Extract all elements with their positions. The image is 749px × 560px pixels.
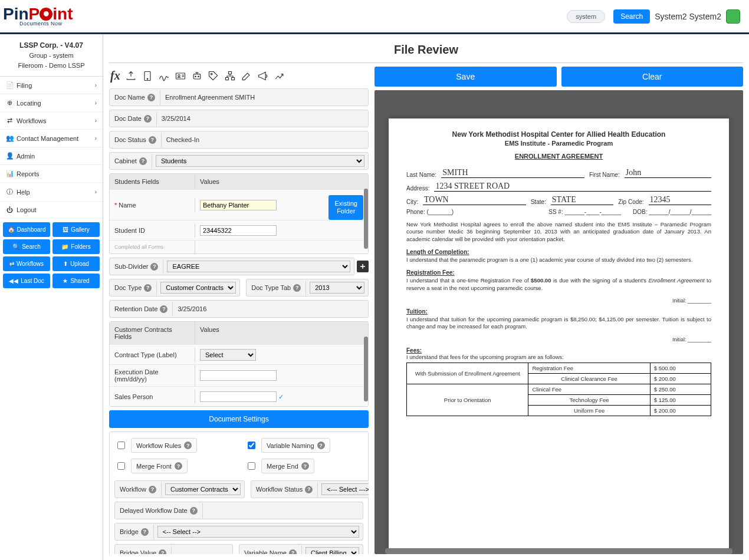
search-scope-pill[interactable]: system bbox=[567, 10, 605, 23]
nav-help[interactable]: ⓘHelp› bbox=[0, 183, 103, 202]
retention-value[interactable]: 3/25/2016 bbox=[173, 302, 368, 316]
help-icon[interactable]: ? bbox=[317, 442, 325, 449]
btn-workflows[interactable]: ⇄ Workflows bbox=[3, 256, 50, 271]
variable-name-select[interactable]: Client Billing bbox=[305, 547, 359, 554]
btn-gallery[interactable]: 🖼 Gallery bbox=[52, 222, 100, 237]
nav-filing[interactable]: 📄Filing› bbox=[0, 77, 103, 94]
subdivider-select[interactable]: EAGREE bbox=[167, 261, 350, 272]
help-icon[interactable]: ? bbox=[175, 462, 182, 470]
document-settings-header[interactable]: Document Settings bbox=[109, 410, 369, 428]
help-icon[interactable]: ? bbox=[289, 549, 297, 555]
help-icon[interactable]: ? bbox=[147, 94, 155, 101]
btn-upload[interactable]: ⬆ Upload bbox=[52, 256, 100, 271]
nav-reports[interactable]: 📊Reports bbox=[0, 165, 103, 183]
field-label: Doc Name bbox=[114, 94, 145, 101]
fee-table: With Submission of Enrollment AgreementR… bbox=[406, 363, 711, 416]
help-icon[interactable]: ? bbox=[159, 549, 166, 555]
logo-subtitle: Documents Now bbox=[19, 21, 63, 27]
delayed-workflow-value[interactable] bbox=[203, 507, 363, 514]
name-input[interactable] bbox=[200, 200, 277, 210]
scrollbar-thumb[interactable] bbox=[364, 337, 368, 401]
help-icon[interactable]: ? bbox=[184, 442, 192, 449]
avatar[interactable] bbox=[726, 9, 740, 24]
btn-last-doc[interactable]: ◀◀ Last Doc bbox=[3, 274, 50, 288]
doctype-tab-select[interactable]: 2013 bbox=[310, 282, 364, 294]
edit-icon[interactable] bbox=[241, 70, 252, 82]
section-heading: Registration Fee: bbox=[406, 269, 711, 276]
sign-icon[interactable] bbox=[158, 70, 170, 82]
nav-locating[interactable]: ⊕Locating› bbox=[0, 94, 103, 112]
announce-icon[interactable] bbox=[257, 70, 269, 82]
doc-status-field: Doc Status? Checked-In bbox=[109, 131, 369, 149]
sales-person-input[interactable] bbox=[200, 391, 277, 402]
device-icon[interactable] bbox=[142, 70, 153, 82]
nav-workflows[interactable]: ⇄Workflows› bbox=[0, 112, 103, 130]
help-icon[interactable]: ? bbox=[305, 486, 313, 493]
nav-contact-mgmt[interactable]: 👥Contact Management› bbox=[0, 130, 103, 147]
chart-icon[interactable] bbox=[274, 70, 285, 82]
field-label: Doc Status bbox=[114, 136, 146, 143]
fx-icon[interactable]: fx bbox=[110, 69, 120, 83]
fileroom-label: Fileroom - Demo LSSP bbox=[2, 61, 100, 71]
doc-status-value: Checked-In bbox=[162, 133, 368, 147]
doc-date-value[interactable]: 3/25/2014 bbox=[157, 111, 368, 126]
help-icon[interactable]: ? bbox=[144, 115, 152, 123]
merge-end-checkbox[interactable] bbox=[248, 462, 255, 470]
field-label: Doc Type bbox=[114, 284, 142, 291]
field-label: Variable Naming bbox=[267, 442, 314, 449]
field-label: Workflow Rules bbox=[136, 442, 181, 449]
workflow-status-select[interactable]: <--- Select ---> bbox=[321, 483, 369, 495]
variable-naming-checkbox[interactable] bbox=[248, 442, 255, 449]
help-icon[interactable]: ? bbox=[141, 528, 149, 536]
horizontal-scrollbar[interactable] bbox=[385, 548, 732, 554]
help-icon[interactable]: ? bbox=[150, 263, 158, 271]
main-content: File Review fx Do bbox=[103, 34, 749, 560]
btn-folders[interactable]: 📁 Folders bbox=[52, 239, 100, 254]
btn-shared[interactable]: ★ Shared bbox=[52, 274, 100, 288]
nav-admin[interactable]: 👤Admin bbox=[0, 147, 103, 165]
scrollbar-thumb[interactable] bbox=[364, 189, 368, 249]
btn-dashboard[interactable]: 🏠 Dashboard bbox=[3, 222, 50, 237]
help-icon[interactable]: ? bbox=[301, 462, 309, 470]
btn-search[interactable]: 🔍 Search bbox=[3, 239, 50, 254]
help-icon[interactable]: ? bbox=[293, 284, 301, 292]
execution-date-input[interactable] bbox=[200, 370, 277, 381]
export-icon[interactable] bbox=[125, 70, 137, 82]
help-icon[interactable]: ? bbox=[149, 486, 156, 493]
workflow-select[interactable]: Customer Contracts bbox=[165, 483, 241, 495]
add-subdivider-button[interactable]: ＋ bbox=[357, 261, 369, 272]
bot-icon[interactable] bbox=[191, 70, 203, 82]
doc-title: New York Methodist Hospital Center for A… bbox=[406, 130, 711, 139]
clear-button[interactable]: Clear bbox=[561, 67, 744, 87]
help-icon[interactable]: ? bbox=[190, 507, 198, 515]
existing-folder-button[interactable]: ExistingFolder bbox=[328, 195, 363, 220]
help-icon[interactable]: ? bbox=[149, 136, 156, 144]
help-icon[interactable]: ? bbox=[139, 157, 147, 165]
id-icon[interactable] bbox=[175, 70, 186, 82]
help-icon[interactable]: ? bbox=[160, 305, 167, 313]
doc-paragraph: I understand that a one-time Registratio… bbox=[406, 277, 711, 292]
header-right: system Search System2 System2 bbox=[567, 9, 740, 24]
doc-name-value[interactable]: Enrollment Agreenment SMITH bbox=[160, 90, 368, 104]
workflow-field: Workflow? Customer Contracts bbox=[114, 480, 245, 498]
workflow-rules-checkbox[interactable] bbox=[117, 442, 125, 449]
field-label: Sales Person bbox=[110, 390, 195, 404]
merge-front-checkbox[interactable] bbox=[117, 462, 125, 470]
table-row: Sales Person ✓ bbox=[110, 386, 368, 406]
doctype-select[interactable]: Customer Contracts bbox=[160, 282, 236, 294]
bridge-value-value[interactable] bbox=[172, 549, 232, 554]
student-id-input[interactable] bbox=[200, 225, 277, 236]
tree-icon[interactable] bbox=[224, 70, 236, 82]
search-button[interactable]: Search bbox=[613, 9, 650, 24]
field-label: Doc Date bbox=[114, 115, 142, 122]
tag-icon[interactable] bbox=[208, 70, 219, 82]
help-icon[interactable]: ? bbox=[144, 284, 152, 292]
svg-rect-2 bbox=[176, 73, 185, 79]
bridge-select[interactable]: <-- Select --> bbox=[157, 526, 359, 538]
cabinet-select[interactable]: Students bbox=[156, 155, 364, 167]
document-page: New York Methodist Hospital Center for A… bbox=[389, 118, 729, 551]
preview-column: Save Clear New York Methodist Hospital C… bbox=[374, 67, 743, 554]
save-button[interactable]: Save bbox=[374, 67, 557, 87]
contract-type-select[interactable]: Select bbox=[200, 349, 256, 361]
nav-logout[interactable]: ⏻Logout bbox=[0, 202, 103, 219]
